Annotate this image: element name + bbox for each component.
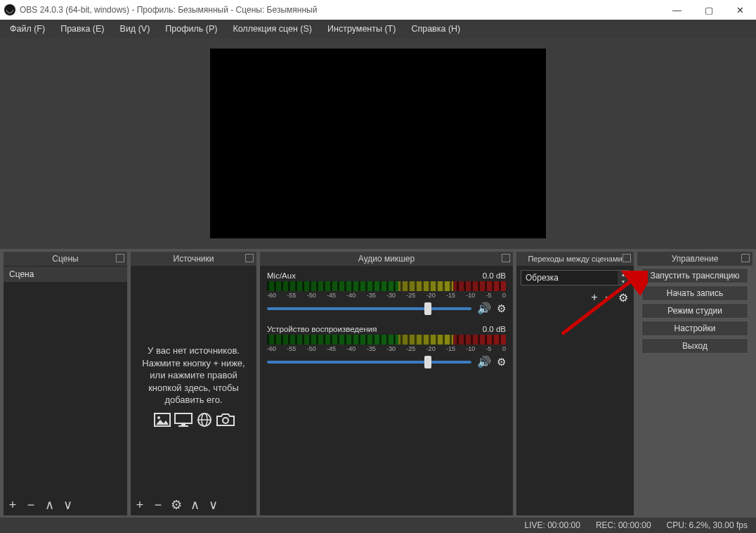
popout-icon[interactable] xyxy=(116,254,124,262)
settings-button[interactable]: Настройки xyxy=(641,321,748,336)
capture-source-icon xyxy=(216,412,235,428)
controls-title: Управление xyxy=(672,254,719,264)
transition-select[interactable]: Обрезка ▲▼ xyxy=(521,270,630,285)
cpu-status: CPU: 6.2%, 30.00 fps xyxy=(667,520,748,530)
window-titlebar: OBS 24.0.3 (64-bit, windows) - Профиль: … xyxy=(0,0,756,20)
menu-tools[interactable]: Инструменты (T) xyxy=(320,22,403,36)
meter-scale: -60-55-50-45-40-35-30-25-20-15-10-50 xyxy=(267,292,506,299)
move-up-button[interactable]: ∧ xyxy=(188,497,201,513)
level-meter xyxy=(267,281,506,291)
mixer-channel-desktop: Устройство воспроизведения 0.0 dB -60-55… xyxy=(267,325,506,368)
popout-icon[interactable] xyxy=(741,254,750,262)
sources-header: Источники xyxy=(131,252,256,266)
mixer-panel: Аудио микшер Mic/Aux 0.0 dB -60-55-50-45… xyxy=(260,252,513,515)
move-up-button[interactable]: ∧ xyxy=(43,497,56,513)
preview-canvas[interactable] xyxy=(210,49,546,238)
preview-area[interactable] xyxy=(0,38,756,249)
transitions-header: Переходы между сценами xyxy=(516,252,634,266)
add-scene-button[interactable]: + xyxy=(6,498,19,513)
svg-rect-3 xyxy=(181,423,185,425)
channel-name: Устройство воспроизведения xyxy=(267,325,377,333)
start-record-button[interactable]: Начать запись xyxy=(641,285,748,301)
controls-panel: Управление Запустить трансляцию Начать з… xyxy=(637,252,752,515)
popout-icon[interactable] xyxy=(623,254,631,262)
minimize-button[interactable]: — xyxy=(661,0,693,20)
sources-title: Источники xyxy=(174,254,214,264)
live-status: LIVE: 00:00:00 xyxy=(524,520,580,530)
move-down-button[interactable]: ∨ xyxy=(61,497,74,513)
rec-status: REC: 00:00:00 xyxy=(596,520,651,530)
add-source-button[interactable]: + xyxy=(133,498,146,513)
svg-rect-2 xyxy=(175,413,192,423)
scenes-header: Сцены xyxy=(4,252,127,266)
transition-value: Обрезка xyxy=(526,273,559,283)
sources-body[interactable]: У вас нет источников. Нажмите кнопку + н… xyxy=(131,266,256,515)
transitions-panel: Переходы между сценами Обрезка ▲▼ + − ⚙ xyxy=(516,252,634,515)
add-transition-button[interactable]: + xyxy=(591,291,597,304)
remove-transition-button[interactable]: − xyxy=(605,291,611,304)
remove-scene-button[interactable]: − xyxy=(25,498,37,513)
scenes-toolbar: + − ∧ ∨ xyxy=(6,497,74,513)
close-button[interactable]: ✕ xyxy=(724,0,756,20)
exit-button[interactable]: Выход xyxy=(641,338,748,354)
window-title: OBS 24.0.3 (64-bit, windows) - Профиль: … xyxy=(20,5,317,15)
channel-db: 0.0 dB xyxy=(483,271,506,280)
svg-point-1 xyxy=(157,416,160,419)
controls-header: Управление xyxy=(637,252,752,266)
menu-bar: Файл (F) Правка (E) Вид (V) Профиль (P) … xyxy=(0,20,756,38)
transitions-title: Переходы между сценами xyxy=(528,255,622,263)
app-logo-icon xyxy=(4,4,15,15)
spinner-icon[interactable]: ▲▼ xyxy=(618,271,629,285)
remove-source-button[interactable]: − xyxy=(152,498,164,513)
scenes-panel: Сцены Сцена + − ∧ ∨ xyxy=(4,252,127,515)
scene-item[interactable]: Сцена xyxy=(4,266,127,282)
browser-source-icon xyxy=(195,412,214,428)
channel-settings-button[interactable]: ⚙ xyxy=(497,302,506,315)
menu-view[interactable]: Вид (V) xyxy=(113,22,157,36)
popout-icon[interactable] xyxy=(502,254,510,262)
maximize-button[interactable]: ▢ xyxy=(693,0,724,20)
menu-help[interactable]: Справка (H) xyxy=(404,22,467,36)
start-stream-button[interactable]: Запустить трансляцию xyxy=(641,268,748,283)
menu-file[interactable]: Файл (F) xyxy=(3,22,52,36)
transition-settings-button[interactable]: ⚙ xyxy=(618,291,628,304)
channel-db: 0.0 dB xyxy=(483,325,506,333)
source-properties-button[interactable]: ⚙ xyxy=(170,497,183,513)
menu-scene-collection[interactable]: Коллекция сцен (S) xyxy=(226,22,319,36)
status-bar: LIVE: 00:00:00 REC: 00:00:00 CPU: 6.2%, … xyxy=(0,518,756,533)
mute-button[interactable]: 🔊 xyxy=(477,302,491,315)
scenes-title: Сцены xyxy=(52,254,78,264)
sources-panel: Источники У вас нет источников. Нажмите … xyxy=(131,252,256,515)
menu-profile[interactable]: Профиль (P) xyxy=(158,22,224,36)
channel-settings-button[interactable]: ⚙ xyxy=(497,356,506,368)
svg-point-8 xyxy=(223,418,228,423)
studio-mode-button[interactable]: Режим студии xyxy=(641,303,748,319)
mute-button[interactable]: 🔊 xyxy=(477,355,491,368)
menu-edit[interactable]: Правка (E) xyxy=(53,22,111,36)
mixer-title: Аудио микшер xyxy=(358,254,415,264)
meter-scale: -60-55-50-45-40-35-30-25-20-15-10-50 xyxy=(267,345,506,352)
sources-toolbar: + − ⚙ ∧ ∨ xyxy=(133,497,219,513)
mixer-header: Аудио микшер xyxy=(260,252,513,266)
image-source-icon xyxy=(153,412,171,428)
mixer-channel-mic: Mic/Aux 0.0 dB -60-55-50-45-40-35-30-25-… xyxy=(267,271,506,315)
move-down-button[interactable]: ∨ xyxy=(207,497,219,513)
volume-slider[interactable] xyxy=(267,307,471,310)
svg-rect-4 xyxy=(178,425,188,427)
display-source-icon xyxy=(174,412,193,428)
popout-icon[interactable] xyxy=(245,254,254,262)
level-meter xyxy=(267,335,506,345)
volume-slider[interactable] xyxy=(267,361,471,364)
sources-empty-text: У вас нет источников. Нажмите кнопку + н… xyxy=(131,345,256,428)
channel-name: Mic/Aux xyxy=(267,271,296,280)
